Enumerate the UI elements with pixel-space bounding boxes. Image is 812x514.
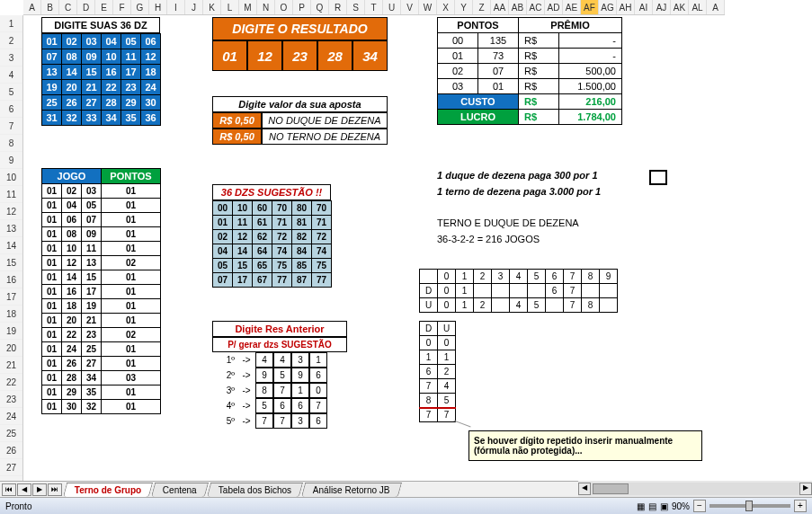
col-header-R[interactable]: R (329, 0, 347, 14)
col-header-AL[interactable]: AL (689, 0, 707, 14)
dz36-cell[interactable]: 20 (62, 80, 82, 95)
sheet-tab[interactable]: Centena (151, 483, 209, 497)
sheet-tab[interactable]: Tabela dos Bichos (207, 483, 303, 497)
jogo-pontos[interactable]: 01 (102, 314, 161, 328)
dz36-cell[interactable]: 13 (42, 65, 62, 80)
res-ant-digit[interactable]: 7 (273, 383, 291, 398)
digit-cell[interactable]: 7 (564, 284, 582, 298)
col-header-AB[interactable]: AB (509, 0, 527, 14)
row-header-6[interactable]: 6 (0, 101, 22, 118)
dz36-cell[interactable]: 03 (82, 34, 102, 49)
sheet-tab[interactable]: Terno de Grupo (63, 483, 154, 497)
pontos-cell[interactable]: 73 (478, 49, 519, 64)
row-header-22[interactable]: 22 (0, 374, 22, 391)
jogo-num[interactable]: 24 (62, 342, 82, 357)
sugestao-cell[interactable]: 12 (233, 230, 253, 244)
row-header-10[interactable]: 10 (0, 169, 22, 186)
sugestao-cell[interactable]: 60 (253, 201, 272, 216)
sugestao-cell[interactable]: 17 (233, 273, 253, 288)
jogo-pontos[interactable]: 02 (102, 256, 161, 270)
sugestao-cell[interactable]: 11 (233, 216, 253, 230)
col-header-F[interactable]: F (113, 0, 131, 14)
col-header-T[interactable]: T (365, 0, 383, 14)
jogo-num[interactable]: 01 (42, 285, 62, 299)
jogo-num[interactable]: 01 (42, 357, 62, 371)
jogo-num[interactable]: 17 (82, 285, 102, 299)
col-header-H[interactable]: H (149, 0, 167, 14)
dz36-cell[interactable]: 36 (141, 111, 161, 126)
pontos-cell[interactable]: 01 (438, 49, 478, 64)
col-header-AE[interactable]: AE (563, 0, 581, 14)
row-header-12[interactable]: 12 (0, 203, 22, 220)
jogo-num[interactable]: 25 (82, 342, 102, 357)
digit-cell[interactable]: 4 (510, 298, 528, 313)
jogo-num[interactable]: 12 (62, 256, 82, 270)
row-header-2[interactable]: 2 (0, 32, 22, 49)
col-header-Z[interactable]: Z (473, 0, 491, 14)
jogo-num[interactable]: 13 (82, 256, 102, 270)
jogo-num[interactable]: 23 (82, 328, 102, 342)
pontos-cell[interactable]: 01 (478, 79, 519, 94)
row-header-3[interactable]: 3 (0, 49, 22, 66)
view-icon-2[interactable]: ▤ (648, 501, 656, 511)
digit-cell[interactable]: 1 (456, 270, 474, 284)
row-header-15[interactable]: 15 (0, 254, 22, 271)
digit-cell[interactable]: 5 (528, 270, 546, 284)
dz36-cell[interactable]: 06 (141, 34, 161, 49)
jogo-num[interactable]: 01 (42, 299, 62, 314)
jogo-num[interactable]: 08 (62, 227, 82, 242)
digit-cell[interactable] (546, 298, 564, 313)
sugestao-cell[interactable]: 71 (312, 216, 332, 230)
dz36-cell[interactable]: 05 (121, 34, 141, 49)
jogo-num[interactable]: 01 (42, 342, 62, 357)
dz36-cell[interactable]: 17 (121, 65, 141, 80)
dz36-cell[interactable]: 30 (141, 95, 161, 111)
du-cell[interactable]: 5 (438, 394, 456, 408)
col-header-AH[interactable]: AH (617, 0, 635, 14)
dz36-cell[interactable]: 22 (102, 80, 121, 95)
dz36-cell[interactable]: 19 (42, 80, 62, 95)
pontos-table[interactable]: PONTOSPRÊMIO 00135R$-0173R$-0207R$500,00… (437, 17, 622, 125)
dz36-cell[interactable]: 32 (62, 111, 82, 126)
sugestao-table[interactable]: 0010607080700111617181710212627282720414… (212, 200, 332, 288)
digit-table[interactable]: 0123456789D0167U0124578 (419, 269, 618, 313)
dz36-cell[interactable]: 28 (102, 95, 121, 111)
sugestao-cell[interactable]: 10 (233, 201, 253, 216)
col-header-AI[interactable]: AI (635, 0, 653, 14)
row-header-23[interactable]: 23 (0, 391, 22, 408)
col-header-AK[interactable]: AK (671, 0, 689, 14)
jogo-num[interactable]: 01 (42, 227, 62, 242)
col-header-K[interactable]: K (203, 0, 221, 14)
col-header-W[interactable]: W (419, 0, 437, 14)
resultado-numbers[interactable]: 0112232834 (212, 40, 388, 71)
jogo-pontos[interactable]: 01 (102, 184, 161, 199)
aposta-value[interactable]: R$ 0,50 (212, 128, 262, 145)
col-header-X[interactable]: X (437, 0, 455, 14)
dz36-cell[interactable]: 12 (141, 49, 161, 65)
col-header-B[interactable]: B (41, 0, 59, 14)
du-cell[interactable]: 7 (420, 379, 438, 394)
du-cell[interactable]: 0 (420, 336, 438, 350)
jogo-num[interactable]: 04 (62, 199, 82, 213)
jogo-pontos[interactable]: 01 (102, 242, 161, 256)
du-cell[interactable]: 8 (420, 394, 438, 408)
col-header-D[interactable]: D (77, 0, 95, 14)
jogo-num[interactable]: 27 (82, 357, 102, 371)
digit-cell[interactable]: 0 (438, 298, 456, 313)
sugestao-cell[interactable]: 65 (253, 259, 272, 273)
col-header-V[interactable]: V (401, 0, 419, 14)
col-header-E[interactable]: E (95, 0, 113, 14)
sugestao-cell[interactable]: 81 (292, 216, 312, 230)
digit-cell[interactable] (510, 284, 528, 298)
dz36-cell[interactable]: 26 (62, 95, 82, 111)
jogo-num[interactable]: 02 (62, 184, 82, 199)
du-cell[interactable]: 1 (438, 350, 456, 365)
scroll-right-icon[interactable]: ▶ (799, 483, 812, 495)
col-header-AD[interactable]: AD (545, 0, 563, 14)
jogo-num[interactable]: 07 (82, 213, 102, 227)
res-ant-digit[interactable]: 6 (273, 398, 291, 413)
jogo-pontos[interactable]: 01 (102, 227, 161, 242)
digit-cell[interactable] (492, 284, 510, 298)
res-ant-digit[interactable]: 6 (291, 398, 309, 413)
jogo-num[interactable]: 15 (82, 270, 102, 285)
